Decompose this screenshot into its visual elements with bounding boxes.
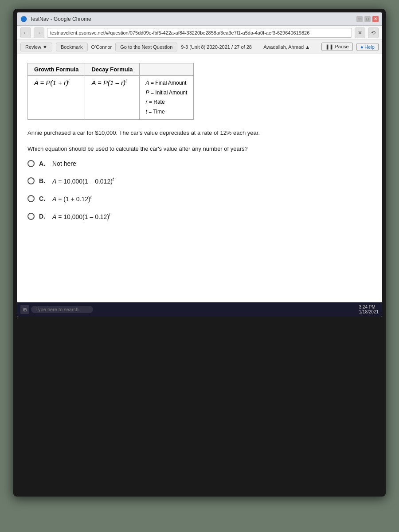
clock: 3:24 PM (359, 305, 379, 309)
decay-formula-text: A = P(1 – r)t (91, 79, 126, 86)
legend-r: r = Rate (146, 98, 188, 107)
restore-button[interactable]: ⟲ (368, 27, 379, 38)
choice-B-label: B. (39, 177, 48, 184)
radio-A[interactable] (27, 160, 35, 167)
close-button[interactable]: ✕ (372, 16, 379, 22)
windows-start-button[interactable]: ⊞ (20, 305, 29, 314)
taskbar-time: 3:24 PM 1/18/2021 (359, 305, 379, 314)
choice-C-text: A = (1 + 0.12)t (52, 195, 91, 203)
question-text: Annie purchased a car for $10,000. The c… (27, 129, 372, 137)
review-button[interactable]: Review ▼ (20, 43, 52, 51)
choice-C-label: C. (39, 195, 48, 202)
browser-favicon: 🔵 (20, 16, 27, 22)
pause-button[interactable]: ❚❚ Pause (321, 43, 352, 51)
growth-formula-header: Growth Formula (28, 63, 85, 76)
forward-button[interactable]: → (34, 27, 44, 38)
answer-choices: A. Not here B. A = 10,000(1 – 0.012)t C. (27, 160, 372, 220)
choice-B: B. A = 10,000(1 – 0.012)t (27, 177, 372, 185)
title-bar: 🔵 TestNav - Google Chrome ─ □ ✕ (17, 12, 382, 26)
formula-table: Growth Formula Decay Formula A = P(1 + r… (27, 63, 194, 120)
decay-formula-cell: A = P(1 – r)t (85, 76, 139, 120)
choice-A: A. Not here (27, 160, 372, 167)
toolbar: Review ▼ Bookmark O'Connor Go to the Nex… (17, 40, 382, 54)
next-question-button[interactable]: Go to the Next Question (115, 43, 177, 51)
choice-D-text: A = 10,000(1 – 0.12)t (52, 212, 110, 220)
choice-A-text: Not here (52, 160, 76, 167)
choice-C: C. A = (1 + 0.12)t (27, 195, 372, 203)
user-info: Awadallah, Ahmad ▲ (263, 44, 310, 50)
oconnor-label: O'Connor (91, 44, 112, 50)
choice-D: D. A = 10,000(1 – 0.12)t (27, 212, 372, 220)
help-button[interactable]: ● Help (356, 43, 379, 51)
legend-P: P = Initial Amount (146, 88, 188, 98)
bookmark-button[interactable]: Bookmark (56, 43, 88, 51)
back-button[interactable]: ← (20, 27, 31, 38)
radio-B[interactable] (27, 177, 35, 184)
legend-t: t = Time (146, 107, 188, 117)
legend-cell: A = Final Amount P = Initial Amount r = … (139, 76, 194, 120)
date: 1/18/2021 (359, 309, 379, 314)
taskbar: ⊞ 3:24 PM 1/18/2021 (17, 302, 382, 317)
choice-D-label: D. (39, 213, 48, 220)
browser-title: TestNav - Google Chrome (30, 16, 91, 22)
minimize-button[interactable]: ─ (356, 16, 363, 22)
radio-D[interactable] (27, 213, 35, 220)
legend-header (139, 63, 194, 76)
decay-formula-header: Decay Formula (85, 63, 139, 76)
growth-formula-text: A = P(1 + r)t (34, 79, 70, 86)
content-area: Growth Formula Decay Formula A = P(1 + r… (17, 54, 382, 302)
which-equation-text: Which equation should be used to calcula… (27, 145, 372, 153)
choice-A-label: A. (39, 160, 48, 167)
choice-B-text: A = 10,000(1 – 0.012)t (52, 177, 114, 185)
url-input[interactable] (47, 28, 352, 38)
close-tab-button[interactable]: ✕ (355, 27, 365, 38)
taskbar-search[interactable] (31, 306, 93, 313)
legend-A: A = Final Amount (146, 78, 188, 88)
address-bar: ← → ✕ ⟲ (17, 26, 382, 40)
maximize-button[interactable]: □ (364, 16, 371, 22)
breadcrumb: 9-3 (Unit 8) 2020-2021 / 27 of 28 (181, 44, 252, 50)
radio-C[interactable] (27, 195, 35, 202)
growth-formula-cell: A = P(1 + r)t (28, 76, 85, 120)
window-controls: ─ □ ✕ (356, 16, 379, 22)
